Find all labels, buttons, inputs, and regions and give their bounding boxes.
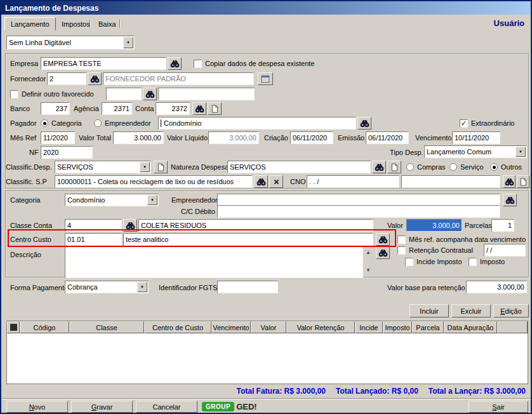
grid-header-centro-custo: Centro de Custo (144, 321, 211, 333)
checkbox-box (194, 60, 202, 68)
mes-acompanha-checkbox[interactable]: Mês ref. acompanha data vencimento (397, 234, 526, 244)
natureza-field[interactable]: SERVIÇOS (227, 161, 371, 173)
button-label: Edição (500, 307, 522, 315)
chevron-down-icon[interactable]: ▼ (140, 162, 150, 172)
fgts-field[interactable] (217, 281, 278, 293)
excluir-button[interactable]: Excluir (451, 304, 491, 317)
empresa-search-button[interactable] (168, 57, 182, 70)
titlebar[interactable]: Lançamento de Despesas (1, 1, 531, 15)
descricao-search-button[interactable] (376, 246, 390, 259)
extraordinario-checkbox[interactable]: Extraordinário (460, 118, 514, 128)
empreendedor-label: Empreendedor (171, 194, 218, 206)
descricao-textarea[interactable] (65, 246, 363, 278)
retencao-date-field[interactable]: / / (484, 244, 526, 257)
natureza-search-button[interactable] (372, 161, 386, 173)
user-label: Usuário (494, 18, 524, 28)
classific-sp-search-button[interactable] (254, 175, 268, 188)
tab-baixa[interactable]: Baixa (93, 18, 122, 30)
forma-pagamento-select[interactable]: Cobrança ▼ (65, 281, 149, 293)
natureza-compras-radio[interactable]: Compras (406, 162, 446, 172)
chevron-down-icon[interactable]: ▼ (147, 195, 157, 205)
valor-field[interactable]: 3.000,00 (406, 219, 462, 232)
edicao-button[interactable]: Edição (493, 304, 529, 317)
mes-ref-field[interactable]: 11/2020 (41, 131, 75, 144)
natureza-servico-radio[interactable]: Serviço (449, 162, 484, 172)
favorecido-search-button[interactable] (143, 88, 157, 100)
nf-field[interactable]: 2020 (41, 146, 93, 159)
categoria-select[interactable]: Condomínio ▼ (65, 194, 159, 206)
fornecedor-code-field[interactable]: 2 (47, 72, 86, 85)
tipo-desp-select[interactable]: Lançamento Comum ▼ (424, 145, 527, 158)
centro-custo-name-field[interactable]: teste analitico (123, 233, 373, 246)
conta-field[interactable]: 2372 (156, 102, 190, 115)
fornecedor-details-button[interactable] (258, 72, 273, 85)
pagador-field[interactable]: Condomínio (158, 117, 356, 130)
copiar-dados-checkbox[interactable]: Copiar dados de despesa existente (194, 58, 314, 69)
cno-aux-search-button[interactable] (503, 175, 515, 188)
favorecido-code-field[interactable] (106, 88, 142, 100)
natureza-doc-button[interactable] (387, 161, 401, 173)
incluir-button[interactable]: Incluir (409, 304, 449, 317)
checkbox-label: Incide Imposto (416, 258, 462, 265)
classific-desp-doc-button[interactable] (154, 161, 168, 173)
novo-button[interactable]: Novo (6, 401, 68, 413)
total-a-lancar: Total a Lançar: R$ 3.000,00 (429, 387, 526, 396)
conta-search-button[interactable] (192, 102, 206, 115)
classe-conta-code-field[interactable]: 4 (65, 219, 122, 232)
cno-aux-field[interactable] (401, 175, 500, 188)
valor-total-field[interactable]: 3.000,00 (113, 131, 164, 144)
binoculars-icon (378, 236, 388, 244)
chevron-down-icon[interactable]: ▼ (515, 147, 526, 157)
group-ged-logo[interactable]: GROUP GED! (202, 401, 257, 413)
tab-lancamento[interactable]: Lançamento (4, 17, 56, 30)
banco-field[interactable]: 237 (41, 102, 70, 115)
centro-custo-code-field[interactable]: 01.01 (65, 233, 122, 246)
binoculars-icon (195, 105, 204, 113)
chevron-down-icon[interactable]: ▼ (137, 282, 147, 292)
fornecedor-search-button[interactable] (88, 72, 102, 85)
centro-custo-label: Centro Custo (10, 233, 51, 246)
empresa-field[interactable]: EMPRESA TESTE (41, 57, 166, 70)
vencimento-field[interactable]: 10/11/2020 (452, 131, 500, 144)
empreendedor-field[interactable] (217, 194, 500, 206)
scroll-up-icon[interactable]: ▲ (366, 250, 371, 255)
parcelas-field[interactable]: 1 (491, 219, 514, 232)
fornecedor-label: Fornecedor (10, 72, 46, 85)
incide-imposto-checkbox[interactable]: Incide Imposto (405, 257, 462, 267)
classe-conta-name-field[interactable]: COLETA RESIDUOS (138, 219, 373, 232)
grid-body[interactable] (7, 333, 528, 384)
classific-sp-clear-button[interactable] (269, 175, 283, 188)
cc-debito-field[interactable] (217, 205, 500, 218)
cno-aux-doc-button[interactable] (517, 175, 529, 188)
linha-digitavel-select[interactable]: Sem Linha Digitável ▼ (6, 36, 135, 50)
footer-separator (1, 398, 531, 399)
pagador-empreendedor-radio[interactable]: Empreendedor (94, 118, 151, 128)
favorecido-name-field[interactable] (158, 88, 255, 100)
criacao-field[interactable]: 06/11/2020 (290, 131, 333, 144)
classe-conta-search-button[interactable] (123, 219, 137, 232)
imposto-checkbox[interactable]: Imposto (469, 257, 505, 267)
grid-header-filler (497, 321, 528, 333)
chevron-down-icon[interactable]: ▼ (123, 37, 133, 48)
valor-base-field[interactable]: 3.000,00 (466, 281, 527, 293)
centro-custo-search-button[interactable] (376, 233, 390, 246)
definir-favorecido-checkbox[interactable]: Definir outro favorecido (10, 89, 94, 99)
classific-sp-field[interactable]: 100000011 - Coleta ou reciclagem de lixo… (55, 175, 253, 188)
sair-button[interactable]: Sair (469, 401, 528, 413)
cancelar-button[interactable]: Cancelar (136, 401, 197, 413)
parcelas-label: Parcelas (465, 219, 492, 232)
cno-field[interactable]: . . / (307, 175, 399, 188)
ged-group-badge: GROUP (202, 402, 234, 411)
scroll-down-icon[interactable]: ▼ (366, 268, 371, 273)
pagador-search-button[interactable] (357, 117, 371, 130)
retencao-contratual-checkbox[interactable]: Retenção Contratual (397, 245, 473, 255)
emissao-field[interactable]: 06/11/2020 (366, 131, 409, 144)
gravar-button[interactable]: Gravar (71, 401, 133, 413)
classific-desp-select[interactable]: SERVIÇOS ▼ (55, 161, 151, 173)
agencia-field[interactable]: 2371 (102, 102, 132, 115)
pagador-categoria-radio[interactable]: Categoria (41, 118, 82, 128)
conta-doc-button[interactable] (208, 102, 222, 115)
natureza-outros-radio[interactable]: Outros (490, 162, 522, 172)
grid-header-parcela: Parcela (412, 321, 444, 333)
empreendedor-search-button[interactable] (503, 194, 517, 206)
